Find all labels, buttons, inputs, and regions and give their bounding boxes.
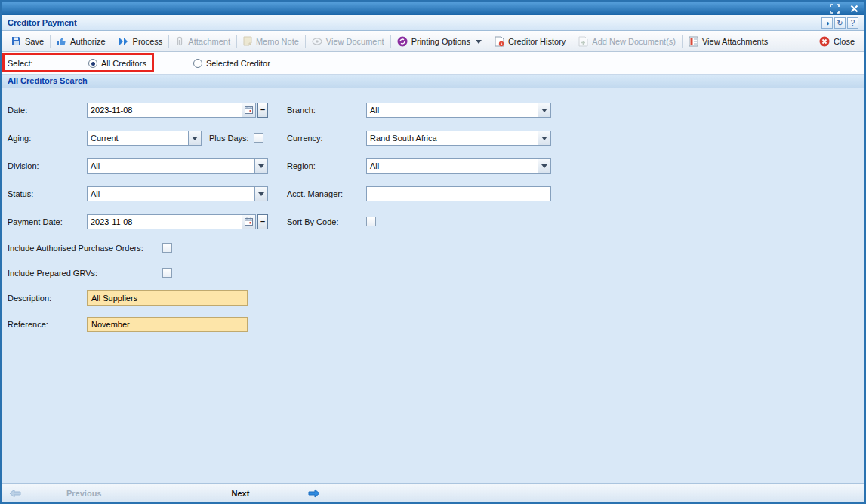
division-label: Division: [8,161,87,171]
authorize-button[interactable]: Authorize [51,34,110,48]
aging-row: Aging: Current Plus Days: [8,124,283,152]
select-label: Select: [8,59,88,68]
refresh-icon[interactable]: ↻ [834,17,846,29]
status-row: Status: All [8,180,283,207]
division-row: Division: All [8,152,283,180]
include-authorised-row: Include Authorised Purchase Orders: [8,235,283,260]
titlebar: Creditor Payment ◑ ↻ ? [2,15,864,31]
region-dropdown[interactable]: All [366,158,551,174]
sort-by-code-label: Sort By Code: [287,217,366,226]
titlebar-buttons: ◑ ↻ ? [821,17,858,29]
view-document-button[interactable]: View Document [307,35,390,48]
memo-note-button[interactable]: Memo Note [238,34,304,48]
region-value: All [367,161,538,171]
date-clear-button[interactable] [257,103,268,118]
date-row: Date: [8,96,283,124]
branch-value: All [367,106,538,115]
form-left-column: Date: Aging: Current Plus Days: [8,96,283,338]
add-new-document-button[interactable]: Add New Document(s) [573,34,681,49]
currency-row: Currency: Rand South Africa [287,124,562,152]
dropdown-arrow-icon[interactable] [188,131,201,145]
region-label: Region: [287,161,366,171]
toolbar-separator [572,35,572,48]
window-close-icon[interactable] [848,3,860,14]
attachment-button[interactable]: Attachment [170,34,236,48]
include-authorised-label: Include Authorised Purchase Orders: [8,244,162,253]
process-button[interactable]: Process [113,35,168,48]
dropdown-arrow-icon[interactable] [538,159,550,173]
dropdown-arrow-icon[interactable] [254,159,267,173]
description-row: Description: [8,285,283,310]
currency-dropdown[interactable]: Rand South Africa [366,131,551,146]
include-grvs-checkbox[interactable] [162,268,172,278]
radio-selected-creditor[interactable] [193,59,202,68]
paperclip-icon [175,36,184,46]
next-button[interactable]: Next [231,489,249,498]
sort-by-code-checkbox[interactable] [366,217,376,226]
form-right-column: Branch: All Currency: Rand South Africa … [287,96,562,235]
reference-label: Reference: [8,320,87,329]
view-attachments-button[interactable]: View Attachments [683,34,773,49]
previous-arrow-icon[interactable] [9,489,21,498]
payment-date-input[interactable] [87,214,256,229]
toolbar-separator [168,35,169,48]
date-value[interactable] [88,103,242,117]
date-label: Date: [8,106,87,115]
theme-icon[interactable]: ◑ [821,17,833,29]
creditor-payment-window: Creditor Payment ◑ ↻ ? Save Authorize Pr… [0,0,866,504]
plus-days-checkbox[interactable] [254,133,263,143]
date-input[interactable] [87,103,256,118]
dropdown-arrow-icon[interactable] [254,187,267,201]
toolbar-separator [390,35,391,48]
dropdown-arrow-icon[interactable] [538,103,550,117]
region-row: Region: All [287,152,562,180]
branch-label: Branch: [287,106,366,115]
aging-value: Current [88,134,188,143]
toolbar-separator [305,35,306,48]
radio-all-creditors[interactable] [88,59,97,68]
section-header: All Creditors Search [2,75,864,88]
currency-value: Rand South Africa [367,134,538,143]
include-authorised-checkbox[interactable] [162,243,172,253]
page-title: Creditor Payment [8,18,77,27]
aging-dropdown[interactable]: Current [87,131,202,146]
aging-label: Aging: [8,134,87,143]
close-button[interactable]: Close [814,34,860,49]
description-input[interactable] [87,290,248,306]
dropdown-arrow-icon[interactable] [538,131,550,145]
select-row: Select: All Creditors Selected Creditor [2,52,864,75]
memo-note-icon [243,36,252,46]
payment-date-value[interactable] [88,215,242,229]
search-form: Date: Aging: Current Plus Days: [2,88,864,483]
branch-dropdown[interactable]: All [366,103,551,118]
printing-options-icon [397,36,408,47]
double-arrow-icon [119,37,129,46]
fullscreen-icon[interactable] [828,3,840,14]
previous-button[interactable]: Previous [66,489,101,498]
division-value: All [88,161,254,171]
acct-manager-label: Acct. Manager: [287,189,366,198]
thumbs-up-icon [57,36,66,46]
toolbar-separator [682,35,683,48]
save-icon [11,36,21,46]
footer-nav: Previous Next [2,483,864,502]
next-arrow-icon[interactable] [308,489,320,498]
toolbar: Save Authorize Process Attachment Memo N… [2,31,864,52]
acct-manager-input[interactable] [366,186,551,201]
division-dropdown[interactable]: All [87,158,268,174]
add-document-icon [578,36,588,47]
calendar-icon[interactable] [242,103,255,117]
printing-options-button[interactable]: Printing Options [392,34,487,49]
help-icon[interactable]: ? [847,17,858,29]
chevron-down-icon [476,40,482,47]
payment-date-clear-button[interactable] [257,214,268,229]
status-value: All [88,189,254,198]
calendar-icon[interactable] [242,215,255,229]
status-dropdown[interactable]: All [87,186,268,201]
save-button[interactable]: Save [6,34,49,48]
creditor-history-button[interactable]: Creditor History [489,34,571,49]
reference-input[interactable] [87,317,248,332]
close-icon [819,36,830,47]
toolbar-separator [488,35,488,48]
eye-icon [312,38,322,45]
